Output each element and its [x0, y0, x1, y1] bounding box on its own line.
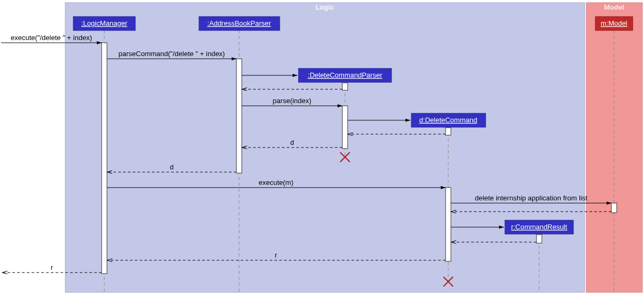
msg-execute-m-label: execute(m) [258, 178, 293, 187]
lifeline-model-head: m:Model [595, 17, 633, 30]
region-logic-title: Logic [316, 3, 334, 11]
msg-return-d-1-label: d [290, 138, 294, 146]
activation-deletecommandparser-2 [342, 106, 348, 149]
lifeline-commandresult-label: r:CommandResult [511, 223, 568, 231]
activation-addressbookparser [236, 59, 242, 173]
lifeline-deletecommandparser-label: :DeleteCommandParser [308, 71, 382, 79]
activation-deletecommand-2 [446, 188, 451, 261]
lifeline-deletecommand-head: d:DeleteCommand [411, 113, 486, 127]
lifeline-deletecommandparser-head: :DeleteCommandParser [298, 68, 392, 82]
msg-return-r-2-label: r [51, 263, 53, 271]
activation-deletecommandparser-1 [342, 83, 348, 90]
lifeline-addressbookparser-head: :AddressBookParser [199, 17, 280, 30]
activation-commandresult [536, 235, 542, 243]
lifeline-logicmanager-label: :LogicManager [81, 19, 128, 27]
lifeline-model-label: m:Model [601, 19, 627, 27]
msg-return-r-1-label: r [275, 251, 278, 259]
region-logic [65, 3, 585, 292]
lifeline-commandresult-head: r:CommandResult [505, 220, 573, 234]
region-model-title: Model [604, 3, 624, 11]
msg-parsecommand-label: parseCommand("/delete " + index) [119, 50, 225, 58]
lifeline-addressbookparser-label: :AddressBookParser [207, 19, 271, 27]
lifeline-deletecommand-label: d:DeleteCommand [419, 116, 477, 124]
msg-return-d-2-label: d [170, 163, 173, 171]
activation-logicmanager [102, 43, 107, 274]
activation-deletecommand-1 [446, 128, 451, 135]
activation-model [611, 203, 617, 213]
lifeline-logicmanager-head: :LogicManager [73, 17, 135, 30]
msg-execute-entry-label: execute("/delete " + index) [11, 34, 92, 42]
msg-delete-internship-label: delete internship application from list [475, 194, 588, 202]
msg-parse-label: parse(index) [273, 97, 311, 105]
